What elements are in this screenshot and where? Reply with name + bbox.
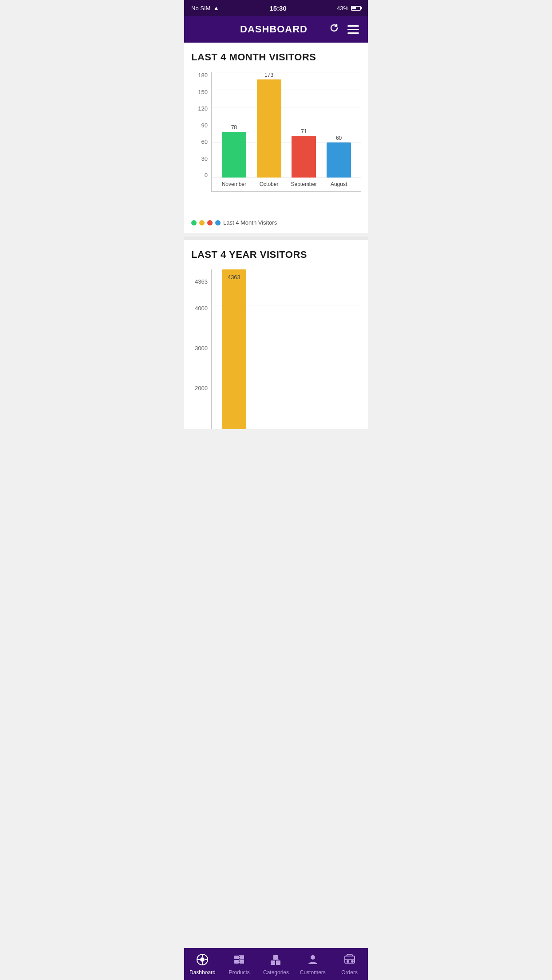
battery-label: 43% <box>337 5 348 12</box>
status-time: 15:30 <box>269 4 286 12</box>
refresh-button[interactable] <box>328 22 340 36</box>
page-title: DASHBOARD <box>220 24 328 35</box>
year-chart-title: LAST 4 YEAR VISITORS <box>191 249 361 261</box>
bar-september: 71 <box>287 72 322 178</box>
year-chart-container: 4363 4000 3000 2000 4363 <box>191 269 361 429</box>
legend-dot-yellow <box>199 220 205 225</box>
status-bar: No SIM ▲ 15:30 43% <box>184 0 368 16</box>
year-plot: 4363 <box>211 269 361 429</box>
hamburger-line-2 <box>347 29 359 30</box>
month-chart-card: LAST 4 MONTH VISITORS 180 150 120 90 60 … <box>184 43 368 233</box>
main-content: LAST 4 MONTH VISITORS 180 150 120 90 60 … <box>184 43 368 465</box>
x-label-october: October <box>252 178 287 191</box>
hamburger-line-1 <box>347 25 359 27</box>
x-label-november: November <box>217 178 252 191</box>
year-bars: 4363 <box>212 269 361 429</box>
bar-november: 78 <box>217 72 252 178</box>
x-label-august: August <box>321 178 356 191</box>
wifi-icon: ▲ <box>213 4 219 12</box>
year-chart-card: LAST 4 YEAR VISITORS 4363 4000 3000 2000 <box>184 240 368 429</box>
x-labels-month: November October September August <box>212 178 361 191</box>
hamburger-line-3 <box>347 32 359 34</box>
header: DASHBOARD <box>184 16 368 43</box>
carrier-label: No SIM <box>191 5 210 12</box>
month-chart-legend: Last 4 Month Visitors <box>191 219 361 226</box>
battery-icon <box>351 6 361 11</box>
section-separator <box>184 237 368 240</box>
menu-button[interactable] <box>347 25 359 34</box>
status-left: No SIM ▲ <box>191 4 219 12</box>
status-right: 43% <box>337 5 361 12</box>
bar-october: 173 <box>252 72 287 178</box>
y-axis-year: 4363 4000 3000 2000 <box>191 269 211 416</box>
month-bar-chart: 180 150 120 90 60 30 0 <box>191 72 361 214</box>
legend-dot-green <box>191 220 197 225</box>
y-axis-month: 180 150 120 90 60 30 0 <box>191 72 211 192</box>
year-bar-2023: 4363 <box>217 269 252 429</box>
bar-august: 60 <box>321 72 356 178</box>
chart-plot-month: 78 173 71 <box>211 72 361 192</box>
bars-container-month: 78 173 71 <box>212 72 361 178</box>
legend-dot-red <box>207 220 213 225</box>
header-actions <box>328 22 359 36</box>
legend-label: Last 4 Month Visitors <box>223 219 277 226</box>
month-chart-title: LAST 4 MONTH VISITORS <box>191 51 361 63</box>
legend-dot-blue <box>215 220 221 225</box>
x-label-september: September <box>287 178 322 191</box>
